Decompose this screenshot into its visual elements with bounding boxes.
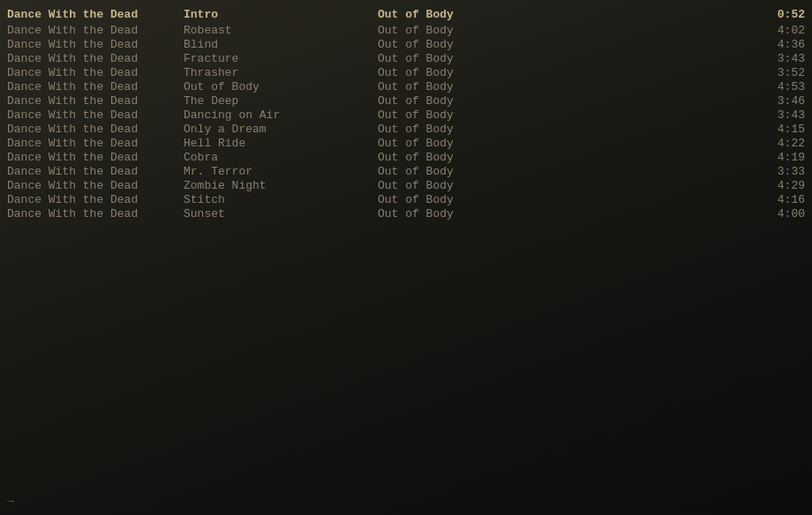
track-duration: 4:22 xyxy=(752,137,805,150)
track-duration: 4:02 xyxy=(752,24,805,37)
track-duration: 3:43 xyxy=(752,108,805,122)
track-album: Out of Body xyxy=(378,123,752,136)
table-row[interactable]: Dance With the DeadThrasherOut of Body3:… xyxy=(0,65,812,79)
track-artist: Dance With the Dead xyxy=(7,165,184,178)
track-duration: 3:33 xyxy=(752,165,805,178)
track-duration: 4:15 xyxy=(752,123,805,136)
track-title: Zombie Night xyxy=(184,179,378,192)
track-list-header: Dance With the Dead Intro Out of Body 0:… xyxy=(0,7,812,21)
track-duration: 4:36 xyxy=(752,38,805,51)
track-artist: Dance With the Dead xyxy=(7,137,184,150)
track-duration: 4:16 xyxy=(752,193,805,206)
track-title: Dancing on Air xyxy=(184,108,378,122)
track-list: Dance With the Dead Intro Out of Body 0:… xyxy=(0,0,812,228)
track-album: Out of Body xyxy=(378,38,752,51)
table-row[interactable]: Dance With the DeadFractureOut of Body3:… xyxy=(0,51,812,65)
track-duration: 3:52 xyxy=(752,66,805,79)
track-duration: 4:29 xyxy=(752,179,805,192)
track-title: The Deep xyxy=(184,94,378,108)
track-title: Stitch xyxy=(184,193,378,206)
track-artist: Dance With the Dead xyxy=(7,151,184,164)
track-title: Fracture xyxy=(184,52,378,65)
table-row[interactable]: Dance With the DeadSunsetOut of Body4:00 xyxy=(0,206,812,220)
track-duration: 4:00 xyxy=(752,207,805,220)
track-album: Out of Body xyxy=(378,137,752,150)
track-title: Thrasher xyxy=(184,66,378,79)
track-artist: Dance With the Dead xyxy=(7,24,184,37)
track-album: Out of Body xyxy=(378,108,752,122)
track-album: Out of Body xyxy=(378,207,752,220)
table-row[interactable]: Dance With the DeadMr. TerrorOut of Body… xyxy=(0,164,812,178)
header-title: Intro xyxy=(184,8,378,21)
track-album: Out of Body xyxy=(378,151,752,164)
track-title: Hell Ride xyxy=(184,137,378,150)
track-duration: 3:43 xyxy=(752,52,805,65)
table-row[interactable]: Dance With the DeadHell RideOut of Body4… xyxy=(0,136,812,150)
track-artist: Dance With the Dead xyxy=(7,66,184,79)
track-duration: 4:53 xyxy=(752,80,805,93)
track-title: Robeast xyxy=(184,24,378,37)
table-row[interactable]: Dance With the DeadStitchOut of Body4:16 xyxy=(0,192,812,206)
track-artist: Dance With the Dead xyxy=(7,52,184,65)
header-duration: 0:52 xyxy=(752,8,805,21)
header-album: Out of Body xyxy=(378,8,752,21)
track-duration: 4:19 xyxy=(752,151,805,164)
track-album: Out of Body xyxy=(378,193,752,206)
table-row[interactable]: Dance With the DeadThe DeepOut of Body3:… xyxy=(0,93,812,108)
track-title: Cobra xyxy=(184,151,378,164)
track-artist: Dance With the Dead xyxy=(7,193,184,206)
header-artist: Dance With the Dead xyxy=(7,8,184,21)
track-duration: 3:46 xyxy=(752,94,805,108)
table-row[interactable]: Dance With the DeadBlindOut of Body4:36 xyxy=(0,37,812,51)
track-artist: Dance With the Dead xyxy=(7,80,184,93)
table-row[interactable]: Dance With the DeadDancing on AirOut of … xyxy=(0,108,812,122)
track-artist: Dance With the Dead xyxy=(7,207,184,220)
table-row[interactable]: Dance With the DeadOnly a DreamOut of Bo… xyxy=(0,122,812,136)
track-album: Out of Body xyxy=(378,179,752,192)
table-row[interactable]: Dance With the DeadCobraOut of Body4:19 xyxy=(0,150,812,164)
track-title: Blind xyxy=(184,38,378,51)
track-title: Sunset xyxy=(184,207,378,220)
track-title: Only a Dream xyxy=(184,123,378,136)
track-album: Out of Body xyxy=(378,24,752,37)
table-row[interactable]: Dance With the DeadRobeastOut of Body4:0… xyxy=(0,23,812,37)
track-album: Out of Body xyxy=(378,165,752,178)
track-album: Out of Body xyxy=(378,94,752,108)
track-album: Out of Body xyxy=(378,52,752,65)
track-artist: Dance With the Dead xyxy=(7,123,184,136)
table-row[interactable]: Dance With the DeadZombie NightOut of Bo… xyxy=(0,178,812,192)
track-title: Mr. Terror xyxy=(184,165,378,178)
arrow-indicator: → xyxy=(7,495,14,508)
track-artist: Dance With the Dead xyxy=(7,179,184,192)
track-artist: Dance With the Dead xyxy=(7,38,184,51)
track-album: Out of Body xyxy=(378,80,752,93)
track-artist: Dance With the Dead xyxy=(7,94,184,108)
track-title: Out of Body xyxy=(184,80,378,93)
track-artist: Dance With the Dead xyxy=(7,108,184,122)
track-album: Out of Body xyxy=(378,66,752,79)
table-row[interactable]: Dance With the DeadOut of BodyOut of Bod… xyxy=(0,79,812,93)
